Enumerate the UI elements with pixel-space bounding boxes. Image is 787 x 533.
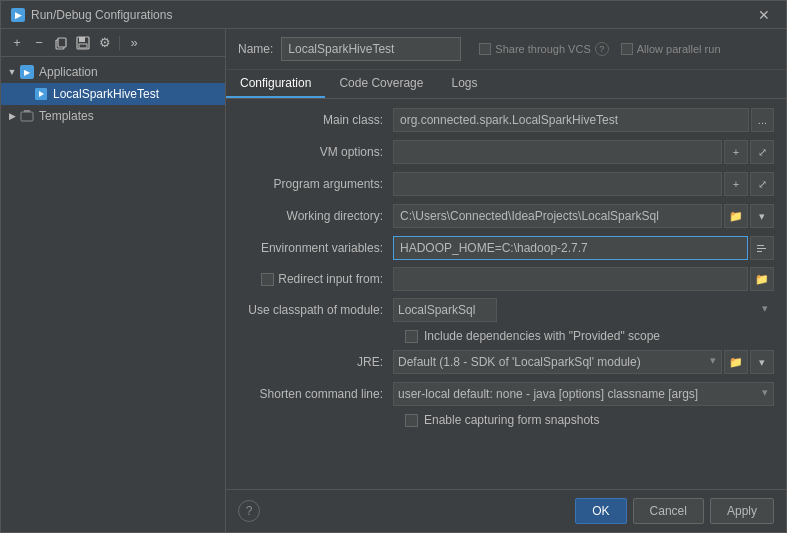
run-config-icon (33, 86, 49, 102)
vm-options-input[interactable] (393, 140, 722, 164)
copy-config-button[interactable] (51, 33, 71, 53)
classpath-select-wrapper: LocalSparkSql (393, 298, 774, 322)
program-args-label: Program arguments: (238, 177, 393, 191)
share-vcs-checkbox[interactable] (479, 43, 491, 55)
working-dir-row: Working directory: 📁 ▾ (238, 203, 774, 229)
jre-dropdown-button[interactable]: ▾ (750, 350, 774, 374)
jre-select-wrapper: Default (1.8 - SDK of 'LocalSparkSql' mo… (393, 350, 722, 374)
classpath-select[interactable]: LocalSparkSql (393, 298, 497, 322)
cancel-button[interactable]: Cancel (633, 498, 704, 524)
name-input[interactable] (281, 37, 461, 61)
tree-node-application[interactable]: ▼ ▶ Application (1, 61, 225, 83)
svg-rect-8 (757, 245, 764, 246)
tree-node-local-spark-hive-test[interactable]: ▶ LocalSparkHiveTest (1, 83, 225, 105)
name-label: Name: (238, 42, 273, 56)
vm-options-fullscreen-button[interactable]: ⤢ (750, 140, 774, 164)
include-deps-checkbox[interactable] (405, 330, 418, 343)
main-class-row: Main class: ... (238, 107, 774, 133)
shorten-cmd-row: Shorten command line: user-local default… (238, 381, 774, 407)
dialog-icon: ▶ (11, 8, 25, 22)
allow-parallel-label: Allow parallel run (637, 43, 721, 55)
jre-folder-button[interactable]: 📁 (724, 350, 748, 374)
svg-rect-4 (79, 44, 87, 48)
env-vars-row: Environment variables: (238, 235, 774, 261)
redirect-checkbox[interactable] (261, 273, 274, 286)
main-class-browse-button[interactable]: ... (751, 108, 774, 132)
main-class-input[interactable] (393, 108, 749, 132)
program-args-field-group: + ⤢ (393, 172, 774, 196)
tree-node-templates[interactable]: ▶ Templates (1, 105, 225, 127)
title-bar-left: ▶ Run/Debug Configurations (11, 8, 172, 22)
remove-config-button[interactable]: − (29, 33, 49, 53)
main-content: + − ⚙ » ▼ ▶ Applicatio (1, 29, 786, 532)
svg-rect-3 (79, 37, 85, 42)
add-config-button[interactable]: + (7, 33, 27, 53)
jre-select[interactable]: Default (1.8 - SDK of 'LocalSparkSql' mo… (393, 350, 722, 374)
working-dir-folder-button[interactable]: 📁 (724, 204, 748, 228)
enable-snapshots-checkbox[interactable] (405, 414, 418, 427)
tree-expand-templates[interactable]: ▶ (5, 109, 19, 123)
help-button[interactable]: ? (238, 500, 260, 522)
working-dir-dropdown-button[interactable]: ▾ (750, 204, 774, 228)
share-vcs-help-icon[interactable]: ? (595, 42, 609, 56)
vm-options-field-group: + ⤢ (393, 140, 774, 164)
main-class-label: Main class: (238, 113, 393, 127)
config-tree: ▼ ▶ Application ▶ LocalSparkHiv (1, 57, 225, 532)
enable-snapshots-label[interactable]: Enable capturing form snapshots (405, 413, 599, 427)
run-debug-dialog: ▶ Run/Debug Configurations ✕ + − ⚙ » (0, 0, 787, 533)
application-label: Application (39, 65, 98, 79)
more-button[interactable]: » (124, 33, 144, 53)
vm-options-expand-button[interactable]: + (724, 140, 748, 164)
program-args-input[interactable] (393, 172, 722, 196)
redirect-input[interactable] (393, 267, 748, 291)
shorten-cmd-select[interactable]: user-local default: none - java [options… (393, 382, 774, 406)
tabs-bar: Configuration Code Coverage Logs (226, 70, 786, 99)
vm-options-row: VM options: + ⤢ (238, 139, 774, 165)
jre-row: JRE: Default (1.8 - SDK of 'LocalSparkSq… (238, 349, 774, 375)
env-vars-label: Environment variables: (238, 241, 393, 255)
svg-rect-10 (757, 251, 762, 252)
dialog-title: Run/Debug Configurations (31, 8, 172, 22)
program-args-expand-button[interactable]: + (724, 172, 748, 196)
include-deps-label[interactable]: Include dependencies with "Provided" sco… (405, 329, 660, 343)
jre-label: JRE: (238, 355, 393, 369)
env-vars-input[interactable] (393, 236, 748, 260)
tab-logs[interactable]: Logs (437, 70, 491, 98)
name-row: Name: Share through VCS ? Allow parallel… (226, 29, 786, 70)
apply-button[interactable]: Apply (710, 498, 774, 524)
local-spark-hive-test-label: LocalSparkHiveTest (53, 87, 159, 101)
application-icon: ▶ (19, 64, 35, 80)
svg-rect-1 (58, 38, 66, 47)
main-class-field-group: ... (393, 108, 774, 132)
settings-button[interactable]: ⚙ (95, 33, 115, 53)
enable-snapshots-row: Enable capturing form snapshots (238, 413, 774, 427)
share-through-vcs-option: Share through VCS ? (479, 42, 608, 56)
tree-expand-application[interactable]: ▼ (5, 65, 19, 79)
env-vars-field-group (393, 236, 774, 260)
close-button[interactable]: ✕ (752, 5, 776, 25)
share-options: Share through VCS ? Allow parallel run (479, 42, 720, 56)
program-args-fullscreen-button[interactable]: ⤢ (750, 172, 774, 196)
tab-code-coverage[interactable]: Code Coverage (325, 70, 437, 98)
redirect-label: Redirect input from: (278, 272, 383, 286)
bottom-bar: ? OK Cancel Apply (226, 489, 786, 532)
svg-rect-7 (21, 112, 33, 121)
include-deps-row: Include dependencies with "Provided" sco… (238, 329, 774, 343)
env-vars-edit-button[interactable] (750, 236, 774, 260)
left-toolbar: + − ⚙ » (1, 29, 225, 57)
redirect-label-area: Redirect input from: (238, 272, 393, 286)
tab-configuration[interactable]: Configuration (226, 70, 325, 98)
redirect-browse-button[interactable]: 📁 (750, 267, 774, 291)
allow-parallel-checkbox[interactable] (621, 43, 633, 55)
redirect-row: Redirect input from: 📁 (238, 267, 774, 291)
right-panel: Name: Share through VCS ? Allow parallel… (226, 29, 786, 532)
vm-options-label: VM options: (238, 145, 393, 159)
classpath-row: Use classpath of module: LocalSparkSql (238, 297, 774, 323)
ok-button[interactable]: OK (575, 498, 626, 524)
working-dir-input[interactable] (393, 204, 722, 228)
save-config-button[interactable] (73, 33, 93, 53)
title-bar: ▶ Run/Debug Configurations ✕ (1, 1, 786, 29)
jre-field-group: Default (1.8 - SDK of 'LocalSparkSql' mo… (393, 350, 774, 374)
configuration-form: Main class: ... VM options: + ⤢ (226, 99, 786, 489)
svg-rect-9 (757, 248, 766, 249)
